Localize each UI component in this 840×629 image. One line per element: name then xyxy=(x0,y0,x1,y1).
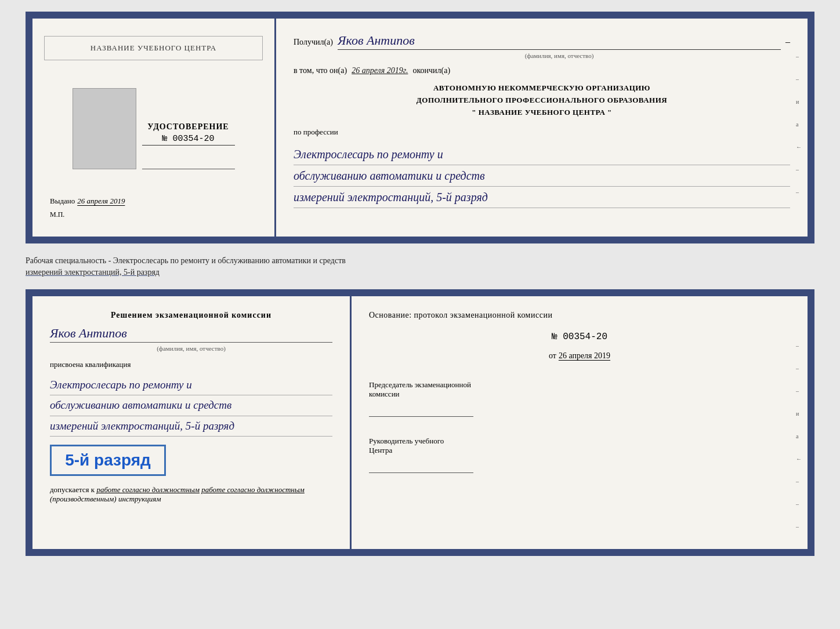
profession-line3: измерений электростанций, 5-й разряд xyxy=(294,187,790,208)
annotation-text: Рабочая специальность - Электрослесарь п… xyxy=(26,256,346,265)
qual-line2: обслуживанию автоматики и средств xyxy=(50,395,332,416)
qual-line3: измерений электростанций, 5-й разряд xyxy=(50,416,332,437)
razryad-box: 5-й разряд xyxy=(50,445,166,476)
dopusk-italic1-text: работе согласно должностным xyxy=(201,485,305,494)
vydano-date: 26 апреля 2019 xyxy=(77,197,125,206)
ot-prefix: от xyxy=(549,351,556,360)
bottom-recipient-name: Яков Антипов xyxy=(50,326,332,343)
rukovoditel-signature-line xyxy=(369,472,473,473)
predsedatel-line2: комиссии xyxy=(369,390,790,399)
profession-line1: Электрослесарь по ремонту и xyxy=(294,144,790,165)
side-marks-right: ––иа←–– xyxy=(796,53,808,195)
predsedatel-line1: Председатель экзаменационной xyxy=(369,380,790,390)
cert-photo xyxy=(73,88,136,169)
completion-date: 26 апреля 2019г. xyxy=(352,66,408,75)
okonchil-label: окончил(а) xyxy=(412,66,450,75)
cert-org-title: НАЗВАНИЕ УЧЕБНОГО ЦЕНТРА xyxy=(44,36,263,60)
cert-bottom-right-panel: Основание: протокол экзаменационной коми… xyxy=(352,296,808,549)
qual-line1: Электрослесарь по ремонту и xyxy=(50,375,332,395)
annotation-bar: Рабочая специальность - Электрослесарь п… xyxy=(26,253,814,280)
vydano-prefix: Выдано xyxy=(50,197,75,206)
org-line1: АВТОНОМНУЮ НЕКОММЕРЧЕСКУЮ ОРГАНИЗАЦИЮ xyxy=(294,82,790,94)
v-tom-prefix: в том, что он(а) xyxy=(294,66,347,75)
poluchil-label: Получил(а) xyxy=(294,38,333,47)
rukovoditel-line1: Руководитель учебного xyxy=(369,437,790,446)
resheniem-label: Решением экзаменационной комиссии xyxy=(50,311,332,320)
dopusk-line: допускается к работе согласно должностны… xyxy=(50,485,332,504)
rukovoditel-block: Руководитель учебного Центра xyxy=(369,437,790,473)
cert-bottom-left-panel: Решением экзаменационной комиссии Яков А… xyxy=(32,296,352,549)
recipient-name: Яков Антипов xyxy=(338,33,781,50)
dopusk-italic1: работе согласно должностным xyxy=(96,485,200,494)
dash-after-name: – xyxy=(785,37,790,47)
qualification-block: Электрослесарь по ремонту и обслуживанию… xyxy=(50,375,332,437)
top-certificate: НАЗВАНИЕ УЧЕБНОГО ЦЕНТРА УДОСТОВЕРЕНИЕ №… xyxy=(26,12,814,243)
dopusk-italic2-text: (производственным) инструкциям xyxy=(50,495,161,503)
v-tom-line: в том, что он(а) 26 апреля 2019г. окончи… xyxy=(294,66,790,75)
predsedatel-block: Председатель экзаменационной комиссии xyxy=(369,380,790,417)
dopusk-prefix: допускается к xyxy=(50,485,95,494)
rukovoditel-line2: Центра xyxy=(369,446,790,455)
profession-line2: обслуживанию автоматики и средств xyxy=(294,165,790,187)
osnovanie-label: Основание: протокол экзаменационной коми… xyxy=(369,311,790,320)
po-professii: по профессии xyxy=(294,128,790,137)
udostoverenie-label: УДОСТОВЕРЕНИЕ xyxy=(142,122,235,132)
bottom-right-side-marks: –––иа←––– xyxy=(796,343,808,530)
bottom-fio-sublabel: (фамилия, имя, отчество) xyxy=(50,345,332,352)
cert-vydano: Выдано 26 апреля 2019 М.П. xyxy=(44,197,263,219)
mp-label: М.П. xyxy=(50,210,263,219)
razryad-text: 5-й разряд xyxy=(59,451,157,470)
protocol-number: № 00354-20 xyxy=(369,332,790,342)
fio-sublabel: (фамилия, имя, отчество) xyxy=(294,52,790,59)
org-block: АВТОНОМНУЮ НЕКОММЕРЧЕСКУЮ ОРГАНИЗАЦИЮ ДО… xyxy=(294,82,790,118)
profession-block: Электрослесарь по ремонту и обслуживанию… xyxy=(294,144,790,208)
prisvoena-label: присвоена квалификация xyxy=(50,360,332,369)
bottom-certificate: Решением экзаменационной комиссии Яков А… xyxy=(26,289,814,556)
protocol-date: 26 апреля 2019 xyxy=(559,351,610,360)
cert-left-panel: НАЗВАНИЕ УЧЕБНОГО ЦЕНТРА УДОСТОВЕРЕНИЕ №… xyxy=(32,19,276,237)
predsedatel-signature-line xyxy=(369,416,473,417)
annotation-text2: измерений электростанций, 5-й разряд xyxy=(26,268,160,277)
org-line3: " НАЗВАНИЕ УЧЕБНОГО ЦЕНТРА " xyxy=(294,107,790,119)
cert-udostoverenie-block: УДОСТОВЕРЕНИЕ № 00354-20 xyxy=(142,122,235,146)
poluchil-line: Получил(а) Яков Антипов – xyxy=(294,33,790,50)
org-line2: ДОПОЛНИТЕЛЬНОГО ПРОФЕССИОНАЛЬНОГО ОБРАЗО… xyxy=(294,94,790,107)
cert-left-middle: УДОСТОВЕРЕНИЕ № 00354-20 xyxy=(73,88,235,169)
cert-right-panel: Получил(а) Яков Антипов – (фамилия, имя,… xyxy=(276,19,808,237)
ot-date-line: от 26 апреля 2019 xyxy=(369,350,790,361)
cert-number: № 00354-20 xyxy=(142,134,235,146)
